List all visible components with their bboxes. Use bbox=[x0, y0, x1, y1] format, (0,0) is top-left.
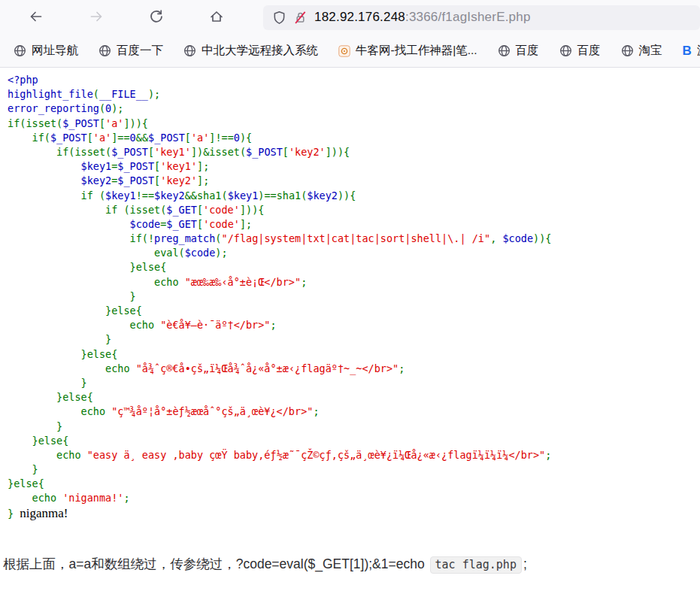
code-line: } bbox=[8, 289, 700, 304]
code-line: $key2=$_POST['key2']; bbox=[8, 174, 700, 188]
bookmark-item[interactable]: 网址导航 bbox=[14, 43, 78, 59]
forward-arrow-icon bbox=[89, 9, 104, 26]
code-line: if(isset($_POST['key1'])&isset($_POST['k… bbox=[8, 145, 700, 159]
bookmark-label: 淘宝 bbox=[639, 43, 662, 59]
code-line: echo "ç™¾åº¦å°±èƒ½æœåˆ°çš„ä¸œè¥¿</br>"; bbox=[8, 405, 700, 419]
writeup-note: 根据上面，a=a和数组绕过，传参绕过，?code=eval($_GET[1]);… bbox=[2, 555, 700, 574]
bookmark-label: 漏洞银行 bbox=[697, 43, 700, 59]
code-line: }else{ bbox=[8, 434, 700, 448]
url-bar[interactable]: 182.92.176.248:3366/f1agIsherE.php bbox=[263, 5, 700, 30]
php-code: <?phphighlight_file(__FILE__);error_repo… bbox=[8, 73, 700, 520]
bookmark-label: 网址导航 bbox=[32, 43, 78, 59]
code-line: echo "å¾ˆç®€å•çš„ï¼Œå¾ˆå¿«å°±æ‹¿flagäº†~… bbox=[8, 362, 700, 376]
code-line: if ($key1!==$key2&&sha1($key1)==sha1($ke… bbox=[8, 189, 700, 203]
bookmark-item[interactable]: 百度 bbox=[498, 43, 539, 59]
globe-icon bbox=[559, 44, 572, 57]
url-text: 182.92.176.248:3366/f1agIsherE.php bbox=[314, 10, 531, 25]
globe-icon bbox=[98, 44, 111, 57]
bookmark-item[interactable]: 百度 bbox=[559, 43, 601, 59]
code-line: if(isset($_POST['a'])){ bbox=[8, 117, 700, 131]
code-line: <?php bbox=[8, 73, 700, 87]
code-line: } bbox=[8, 420, 700, 434]
reload-icon bbox=[149, 9, 164, 26]
bookmark-item[interactable]: 牛客网-找工作神器|笔... bbox=[338, 43, 477, 59]
globe-icon bbox=[183, 44, 196, 57]
code-line: } bbox=[8, 376, 700, 390]
code-line: }else{ bbox=[8, 304, 700, 318]
niuke-favicon-icon bbox=[338, 45, 350, 57]
url-path: :3366/f1agIsherE.php bbox=[405, 10, 531, 24]
code-line: $code=$_GET['code']; bbox=[8, 217, 700, 232]
bookmark-item[interactable]: 淘宝 bbox=[621, 43, 662, 59]
back-arrow-icon bbox=[29, 9, 44, 26]
bookmark-label: 百度一下 bbox=[117, 43, 163, 59]
page-content: <?phphighlight_file(__FILE__);error_repo… bbox=[0, 68, 700, 574]
globe-icon bbox=[14, 44, 26, 57]
bookmark-label: 中北大学远程接入系统 bbox=[202, 43, 318, 59]
code-line: } bbox=[8, 332, 700, 347]
code-line: echo 'niganma!'; bbox=[8, 491, 700, 505]
globe-icon bbox=[621, 44, 634, 57]
insecure-lock-icon[interactable] bbox=[293, 11, 308, 25]
forward-button[interactable] bbox=[83, 4, 110, 31]
code-line: $key1=$_POST['key1']; bbox=[8, 159, 700, 174]
code-line: echo "æœ‰æ‰‹å°±è¡Œ</br>"; bbox=[8, 275, 700, 289]
back-button[interactable] bbox=[23, 4, 50, 31]
navigation-toolbar: 182.92.176.248:3366/f1agIsherE.php bbox=[0, 0, 700, 35]
code-line: echo "easy ä¸ easy ,baby çœŸ baby,éƒ½æ˜¯… bbox=[8, 448, 700, 462]
code-line: } niganma! bbox=[8, 506, 700, 520]
code-line: }else{ bbox=[8, 390, 700, 405]
reload-button[interactable] bbox=[143, 4, 170, 31]
home-icon bbox=[209, 9, 224, 26]
code-line: if($_POST['a']==0&&$_POST['a']!==0){ bbox=[8, 131, 700, 145]
globe-icon bbox=[498, 44, 511, 57]
shield-icon[interactable] bbox=[272, 11, 286, 25]
code-line: echo "è€å¥—è·¯äº†</br>"; bbox=[8, 318, 700, 332]
bookmarks-bar: 网址导航百度一下中北大学远程接入系统牛客网-找工作神器|笔...百度百度淘宝B漏… bbox=[0, 35, 700, 67]
bookmark-label: 百度 bbox=[516, 43, 539, 59]
code-line: }else{ bbox=[8, 260, 700, 274]
note-suffix: ; bbox=[523, 556, 527, 571]
code-line: } bbox=[8, 462, 700, 477]
bookmark-label: 百度 bbox=[577, 43, 601, 59]
code-line: eval($code); bbox=[8, 246, 700, 260]
url-host: 182.92.176.248 bbox=[314, 10, 405, 24]
bookmark-label: 牛客网-找工作神器|笔... bbox=[356, 43, 477, 59]
code-line: }else{ bbox=[8, 347, 700, 362]
code-line: if(!preg_match("/flag|system|txt|cat|tac… bbox=[8, 232, 700, 246]
code-line: if (isset($_GET['code'])){ bbox=[8, 203, 700, 217]
bookmark-item[interactable]: 百度一下 bbox=[98, 43, 163, 59]
bookmark-item[interactable]: 中北大学远程接入系统 bbox=[183, 43, 318, 59]
code-line: error_reporting(0); bbox=[8, 102, 700, 116]
browser-chrome: 182.92.176.248:3366/f1agIsherE.php 网址导航百… bbox=[0, 0, 700, 68]
code-line: }else{ bbox=[8, 477, 700, 491]
inline-code-chip: tac flag.php bbox=[430, 556, 522, 574]
note-text: 根据上面，a=a和数组绕过，传参绕过，?code=eval($_GET[1]);… bbox=[3, 556, 429, 571]
bookmark-item[interactable]: B漏洞银行 bbox=[683, 43, 700, 59]
code-line: highlight_file(__FILE__); bbox=[8, 87, 700, 102]
bank-favicon-icon: B bbox=[683, 44, 692, 57]
home-button[interactable] bbox=[203, 4, 230, 31]
